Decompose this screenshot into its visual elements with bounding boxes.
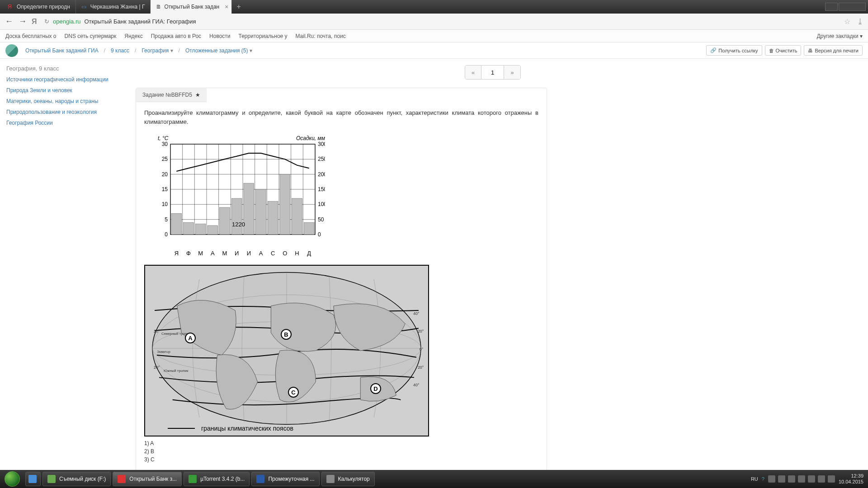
sidebar-link[interactable]: Материки, океаны, народы и страны bbox=[6, 98, 111, 104]
get-link-button[interactable]: 🔗Получить ссылку bbox=[706, 45, 762, 56]
tray-icon[interactable] bbox=[798, 475, 805, 483]
window-titlebar: Я Определите природн ▭ Черкашина Жанна |… bbox=[0, 0, 868, 14]
content: « » Задание №BBFFD5 ★ Проанализируйте кл… bbox=[118, 59, 868, 470]
tray-icon[interactable] bbox=[768, 475, 775, 483]
taskbar-item[interactable]: µTorrent 3.4.2 (b... bbox=[184, 472, 250, 486]
sidebar-link[interactable]: Природа Земли и человек bbox=[6, 87, 111, 94]
tray-icon[interactable] bbox=[818, 475, 825, 483]
language-indicator[interactable]: RU bbox=[751, 476, 758, 482]
map-svg: 40° 20° 0° 20° 40° 20° 20° Северный троп… bbox=[145, 266, 428, 436]
breadcrumb-root[interactable]: Открытый Банк заданий ГИА bbox=[25, 47, 99, 54]
back-button[interactable]: ← bbox=[5, 17, 14, 26]
new-tab-button[interactable]: + bbox=[232, 0, 245, 14]
taskbar-item[interactable] bbox=[25, 472, 41, 486]
svg-text:200: 200 bbox=[318, 171, 325, 178]
other-bookmarks[interactable]: Другие закладки ▾ bbox=[817, 33, 863, 39]
tb-label: Съемный диск (F:) bbox=[59, 476, 106, 482]
sidebar-link[interactable]: Источники географической информации bbox=[6, 76, 111, 83]
map-point-B: B bbox=[281, 329, 292, 340]
taskbar-item-active[interactable]: Открытый Банк з... bbox=[113, 472, 182, 486]
pager-prev[interactable]: « bbox=[465, 66, 481, 79]
tab-favicon: ▭ bbox=[81, 4, 88, 10]
task-id: Задание №BBFFD5 bbox=[142, 92, 192, 98]
clock-date: 10.04.2015 bbox=[839, 479, 863, 485]
help-icon[interactable]: ? bbox=[762, 476, 764, 482]
download-icon[interactable]: ⤓ bbox=[857, 17, 863, 27]
answer-option[interactable]: 1) A bbox=[144, 440, 538, 446]
sidebar-link[interactable]: География России bbox=[6, 120, 111, 126]
window-controls bbox=[825, 0, 868, 14]
site-logo[interactable] bbox=[5, 44, 18, 57]
app-icon bbox=[28, 475, 37, 483]
page-toolbar: Открытый Банк заданий ГИА / 9 класс / Ге… bbox=[0, 42, 868, 59]
tray-icon[interactable] bbox=[828, 475, 835, 483]
svg-rect-40 bbox=[231, 198, 242, 235]
answer-option[interactable]: 2) B bbox=[144, 448, 538, 455]
tray-icon[interactable] bbox=[808, 475, 815, 483]
svg-rect-42 bbox=[256, 189, 266, 235]
breadcrumb-subject[interactable]: География bbox=[142, 47, 173, 54]
svg-text:20: 20 bbox=[162, 171, 168, 178]
tray-icon[interactable] bbox=[788, 475, 795, 483]
taskbar-item[interactable]: Съемный диск (F:) bbox=[42, 472, 111, 486]
sidebar-link[interactable]: Природопользование и геоэкология bbox=[6, 109, 111, 115]
task-text: Проанализируйте климатограмму и определи… bbox=[136, 102, 547, 132]
word-icon bbox=[256, 475, 264, 483]
svg-text:20°: 20° bbox=[154, 329, 160, 333]
browser-tab[interactable]: ▭ Черкашина Жанна | Г bbox=[76, 0, 151, 14]
svg-text:1220: 1220 bbox=[232, 221, 245, 228]
btn-label: Версия для печати bbox=[815, 48, 859, 53]
tab-favicon: Я bbox=[8, 4, 14, 10]
svg-text:25: 25 bbox=[162, 156, 168, 162]
tray-icon[interactable] bbox=[778, 475, 785, 483]
bookmark-item[interactable]: Продажа авто в Рос bbox=[151, 33, 201, 39]
svg-rect-41 bbox=[244, 183, 254, 235]
browser-tab[interactable]: Я Определите природн bbox=[2, 0, 76, 14]
print-icon: 🖶 bbox=[808, 48, 813, 53]
svg-rect-35 bbox=[171, 213, 182, 235]
browser-tab-active[interactable]: 🗎 Открытый Банк задан × bbox=[151, 0, 232, 14]
start-button[interactable] bbox=[0, 470, 24, 488]
task-card: Задание №BBFFD5 ★ Проанализируйте климат… bbox=[136, 88, 547, 471]
print-button[interactable]: 🖶Версия для печати bbox=[804, 45, 863, 56]
bookmark-item[interactable]: Территориальное у bbox=[239, 33, 288, 39]
month-labels: ЯФМАМИИАСОНД bbox=[170, 250, 315, 257]
sidebar-title: География, 9 класс bbox=[6, 65, 111, 72]
windows-taskbar: Съемный диск (F:) Открытый Банк з... µTo… bbox=[0, 470, 868, 488]
svg-rect-45 bbox=[292, 198, 302, 235]
reload-icon[interactable]: ↻ bbox=[44, 18, 49, 25]
tab-favicon: 🗎 bbox=[156, 4, 161, 10]
bookmark-item[interactable]: Доска бесплатных о bbox=[5, 33, 57, 39]
forward-button[interactable]: → bbox=[18, 17, 27, 26]
clock-time: 12:39 bbox=[839, 473, 863, 479]
btn-label: Очистить bbox=[776, 48, 797, 53]
breadcrumb-sep: / bbox=[179, 47, 180, 54]
breadcrumb-deferred[interactable]: Отложенные задания (5) bbox=[185, 47, 252, 54]
taskbar-item[interactable]: Промежуточная ... bbox=[251, 472, 319, 486]
url-display[interactable]: ↻ opengia.ru Открытый Банк заданий ГИА: … bbox=[44, 18, 196, 25]
minimize-button[interactable] bbox=[825, 3, 838, 11]
bookmark-item[interactable]: Яндекс bbox=[124, 33, 142, 39]
bookmark-item[interactable]: Новости bbox=[209, 33, 230, 39]
close-icon[interactable]: × bbox=[225, 3, 228, 10]
bookmark-item[interactable]: Mail.Ru: почта, поис bbox=[296, 33, 346, 39]
maximize-button[interactable] bbox=[839, 3, 866, 11]
breadcrumb-grade[interactable]: 9 класс bbox=[111, 47, 129, 54]
clock[interactable]: 12:39 10.04.2015 bbox=[839, 473, 863, 485]
pager-next[interactable]: » bbox=[504, 66, 520, 79]
pager: « » bbox=[136, 65, 850, 80]
drive-icon bbox=[47, 475, 56, 483]
tb-label: µTorrent 3.4.2 (b... bbox=[200, 476, 245, 482]
svg-text:Экватор: Экватор bbox=[157, 350, 170, 354]
star-icon[interactable]: ★ bbox=[195, 92, 200, 98]
taskbar-item[interactable]: Калькулятор bbox=[321, 472, 375, 486]
clear-button[interactable]: 🗑Очистить bbox=[765, 45, 802, 56]
bookmark-star-icon[interactable]: ☆ bbox=[844, 17, 850, 26]
svg-text:250: 250 bbox=[318, 156, 325, 162]
pager-input[interactable] bbox=[481, 66, 504, 79]
url-domain: opengia.ru bbox=[53, 18, 80, 25]
bookmark-item[interactable]: DNS сеть супермарк bbox=[65, 33, 117, 39]
legend-text: границы климатических поясов bbox=[201, 425, 293, 432]
svg-rect-38 bbox=[208, 225, 218, 235]
answer-option[interactable]: 3) C bbox=[144, 456, 538, 463]
